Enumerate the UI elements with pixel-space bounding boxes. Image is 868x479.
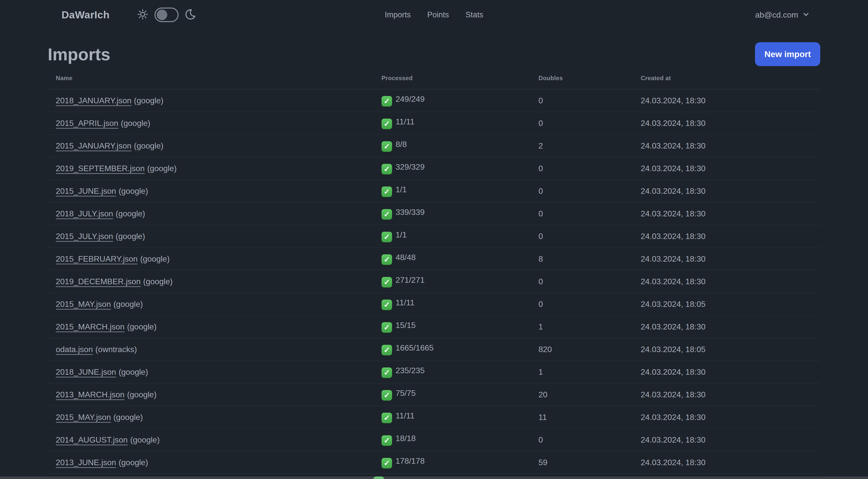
import-source-label: (owntracks): [95, 345, 137, 354]
import-name-cell: 2015_JANUARY.json(google): [48, 134, 373, 157]
processed-count: 235/235: [396, 366, 425, 375]
processed-count: 339/339: [396, 208, 425, 217]
import-created-at-cell: 24.03.2024, 18:30: [633, 134, 820, 157]
table-row: 2014_AUGUST.json(google)✓18/18024.03.202…: [48, 428, 820, 451]
import-created-at-cell: 24.03.2024, 18:30: [633, 406, 820, 428]
import-doubles-cell: 11: [530, 406, 633, 428]
check-icon: ✓: [381, 96, 392, 107]
imports-table-body: 2018_JANUARY.json(google)✓249/249024.03.…: [48, 89, 820, 474]
import-source-label: (google): [140, 254, 169, 263]
import-processed-cell: ✓271/271: [373, 270, 530, 293]
import-file-link[interactable]: 2015_APRIL.json: [56, 119, 118, 128]
new-import-button[interactable]: New import: [755, 42, 820, 66]
processed-count: 8/8: [396, 140, 407, 149]
import-created-at-cell: 24.03.2024, 18:30: [633, 316, 820, 338]
import-file-link[interactable]: 2019_DECEMBER.json: [56, 277, 141, 286]
account-email: ab@cd.com: [755, 10, 798, 20]
table-row: 2015_APRIL.json(google)✓11/11024.03.2024…: [48, 112, 820, 134]
import-name-cell: 2014_AUGUST.json(google): [48, 428, 373, 451]
table-row: 2015_JANUARY.json(google)✓8/8224.03.2024…: [48, 134, 820, 157]
import-name-cell: 2013_MARCH.json(google): [48, 383, 373, 406]
import-name-cell: 2015_FEBRUARY.json(google): [48, 247, 373, 270]
import-source-label: (google): [127, 322, 156, 331]
processed-count: 11/11: [396, 298, 414, 307]
import-processed-cell: ✓8/8: [373, 134, 530, 157]
page-header: Imports New import: [48, 41, 820, 67]
import-name-cell: 2018_JULY.json(google): [48, 202, 373, 225]
import-file-link[interactable]: 2019_SEPTEMBER.json: [56, 164, 145, 173]
import-source-label: (google): [134, 96, 163, 105]
import-processed-cell: ✓329/329: [373, 157, 530, 180]
import-file-link[interactable]: 2015_JANUARY.json: [56, 141, 131, 150]
table-row: 2019_SEPTEMBER.json(google)✓329/329024.0…: [48, 157, 820, 180]
import-created-at-cell: 24.03.2024, 18:05: [633, 293, 820, 316]
import-doubles-cell: 8: [530, 247, 633, 270]
table-row: 2018_JUNE.json(google)✓235/235124.03.202…: [48, 361, 820, 383]
import-doubles-cell: 0: [530, 270, 633, 293]
import-name-cell: 2018_JANUARY.json(google): [48, 89, 373, 112]
import-source-label: (google): [143, 277, 173, 286]
import-name-cell: 2015_MAY.json(google): [48, 293, 373, 316]
check-icon: ✓: [381, 277, 392, 288]
processed-count: 18/18: [396, 434, 416, 443]
table-row: 2013_JUNE.json(google)✓178/1785924.03.20…: [48, 451, 820, 474]
import-name-cell: 2015_MAY.json(google): [48, 406, 373, 428]
check-icon: ✓: [381, 390, 392, 400]
nav-item-imports[interactable]: Imports: [385, 10, 411, 19]
table-header-row: Name Processed Doubles Created at: [48, 67, 820, 89]
toggle-knob: [157, 9, 167, 20]
import-doubles-cell: 1: [530, 361, 633, 383]
check-icon: ✓: [381, 300, 392, 310]
import-file-link[interactable]: 2015_JUNE.json: [56, 186, 116, 196]
import-created-at-cell: 24.03.2024, 18:30: [633, 247, 820, 270]
import-doubles-cell: 59: [530, 451, 633, 474]
check-icon: ✓: [381, 345, 392, 355]
nav-item-stats[interactable]: Stats: [465, 10, 483, 19]
import-source-label: (google): [127, 390, 156, 399]
import-file-link[interactable]: odata.json: [56, 345, 93, 354]
account-menu[interactable]: ab@cd.com: [755, 10, 810, 20]
import-name-cell: 2019_SEPTEMBER.json(google): [48, 157, 373, 180]
import-file-link[interactable]: 2015_FEBRUARY.json: [56, 254, 137, 263]
import-file-link[interactable]: 2018_JULY.json: [56, 209, 113, 218]
import-processed-cell: ✓235/235: [373, 361, 530, 383]
horizontal-scrollbar[interactable]: [0, 477, 868, 479]
import-created-at-cell: 24.03.2024, 18:30: [633, 451, 820, 474]
import-doubles-cell: 0: [530, 293, 633, 316]
import-created-at-cell: 24.03.2024, 18:30: [633, 383, 820, 406]
import-processed-cell: ✓1665/1665: [373, 338, 530, 361]
import-processed-cell: ✓339/339: [373, 202, 530, 225]
import-name-cell: 2015_JULY.json(google): [48, 225, 373, 247]
import-source-label: (google): [134, 141, 163, 150]
import-doubles-cell: 0: [530, 202, 633, 225]
app-logo[interactable]: DaWarIch: [62, 9, 110, 21]
table-row: 2015_MAY.json(google)✓11/11024.03.2024, …: [48, 293, 820, 316]
import-file-link[interactable]: 2015_MARCH.json: [56, 322, 125, 331]
import-file-link[interactable]: 2015_MAY.json: [56, 300, 111, 309]
import-file-link[interactable]: 2015_JULY.json: [56, 232, 113, 241]
import-file-link[interactable]: 2013_JUNE.json: [56, 458, 116, 467]
main-nav: Imports Points Stats: [385, 10, 483, 19]
import-file-link[interactable]: 2018_JANUARY.json: [56, 96, 131, 105]
processed-count: 48/48: [396, 253, 416, 262]
import-doubles-cell: 820: [530, 338, 633, 361]
import-file-link[interactable]: 2018_JUNE.json: [56, 367, 116, 377]
theme-toggle-switch[interactable]: [154, 7, 179, 22]
import-source-label: (google): [113, 300, 143, 309]
import-file-link[interactable]: 2013_MARCH.json: [56, 390, 125, 399]
check-icon: ✓: [381, 322, 392, 333]
nav-item-points[interactable]: Points: [427, 10, 449, 19]
column-header-created-at: Created at: [633, 67, 820, 89]
import-file-link[interactable]: 2014_AUGUST.json: [56, 435, 128, 444]
import-name-cell: odata.json(owntracks): [48, 338, 373, 361]
import-source-label: (google): [119, 367, 148, 377]
table-row: 2013_MARCH.json(google)✓75/752024.03.202…: [48, 383, 820, 406]
theme-toggle-group: [137, 7, 196, 22]
table-row: odata.json(owntracks)✓1665/166582024.03.…: [48, 338, 820, 361]
import-file-link[interactable]: 2015_MAY.json: [56, 413, 111, 422]
page-title: Imports: [48, 44, 110, 64]
import-doubles-cell: 20: [530, 383, 633, 406]
check-icon: ✓: [381, 141, 392, 152]
processed-count: 1/1: [396, 230, 407, 239]
processed-count: 11/11: [396, 411, 414, 420]
